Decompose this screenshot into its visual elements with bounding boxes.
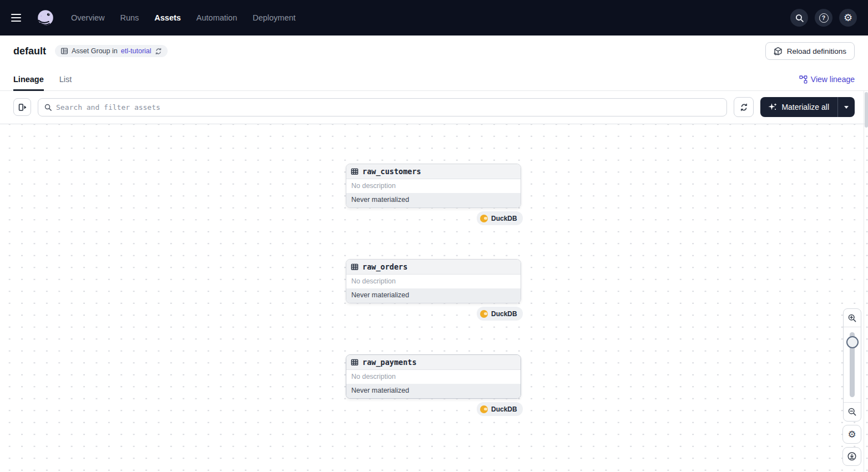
kind-badge-duckdb[interactable]: DuckDB — [477, 307, 523, 321]
asset-group-label: Asset Group in — [72, 47, 118, 55]
dagster-logo-icon[interactable] — [36, 8, 55, 28]
lineage-canvas[interactable]: raw_customers No description Never mater… — [0, 124, 868, 472]
graph-settings-button[interactable]: ⚙ — [842, 425, 861, 444]
asset-description: No description — [346, 370, 521, 384]
lineage-toolbar: Materialize all — [0, 91, 868, 123]
table-group-icon — [60, 47, 68, 55]
tabs-row: Lineage List View lineage — [0, 67, 868, 91]
download-icon — [847, 451, 857, 461]
scrollbar-thumb[interactable] — [865, 92, 868, 128]
page-header: default Asset Group in etl-tutorial Relo… — [0, 35, 868, 67]
search-icon — [44, 103, 52, 111]
duckdb-icon — [480, 215, 488, 222]
kind-badge-duckdb[interactable]: DuckDB — [477, 211, 523, 225]
nav-item-assets[interactable]: Assets — [154, 13, 181, 22]
asset-description: No description — [346, 275, 521, 288]
asset-description: No description — [346, 179, 521, 193]
scrollbar-track — [864, 91, 864, 472]
page-title: default — [13, 45, 46, 57]
nav-item-runs[interactable]: Runs — [120, 13, 139, 22]
reload-definitions-button[interactable]: Reload definitions — [765, 42, 855, 60]
zoom-slider-handle[interactable] — [846, 336, 859, 348]
toggle-sidebar-button[interactable] — [13, 98, 31, 116]
asset-status: Never materialized — [346, 288, 521, 303]
zoom-in-button[interactable] — [844, 309, 861, 327]
help-button[interactable]: ? — [815, 9, 832, 27]
download-view-button[interactable] — [842, 447, 861, 466]
open-panel-icon — [18, 103, 27, 112]
search-icon — [795, 13, 804, 23]
table-icon — [351, 358, 359, 366]
code-location-reload-icon — [774, 47, 783, 56]
sparkle-icon — [768, 103, 777, 111]
gear-icon: ⚙ — [847, 430, 856, 439]
table-icon — [351, 168, 359, 175]
materialize-options-button[interactable] — [837, 97, 855, 117]
search-input[interactable] — [56, 103, 721, 111]
materialize-all-button[interactable]: Materialize all — [760, 97, 837, 117]
asset-name: raw_orders — [362, 262, 407, 271]
view-lineage-link[interactable]: View lineage — [799, 75, 855, 90]
asset-node-raw-customers[interactable]: raw_customers No description Never mater… — [346, 164, 521, 208]
duckdb-icon — [480, 310, 488, 318]
gear-icon: ⚙ — [844, 13, 852, 23]
chevron-down-icon — [844, 106, 849, 109]
nav-item-automation[interactable]: Automation — [196, 13, 237, 22]
asset-status: Never materialized — [346, 193, 521, 207]
help-icon: ? — [819, 13, 829, 23]
nav-item-deployment[interactable]: Deployment — [253, 13, 295, 22]
zoom-slider[interactable] — [844, 327, 861, 402]
materialize-all-split-button: Materialize all — [760, 97, 855, 117]
asset-search-box[interactable] — [38, 98, 727, 116]
sync-icon[interactable] — [155, 48, 162, 55]
lineage-graph-icon — [799, 75, 808, 84]
table-icon — [351, 263, 359, 271]
asset-name: raw_payments — [362, 358, 417, 367]
asset-node-raw-orders[interactable]: raw_orders No description Never material… — [346, 259, 521, 303]
refresh-button[interactable] — [734, 97, 754, 117]
main-nav: Overview Runs Assets Automation Deployme… — [71, 13, 296, 22]
settings-button[interactable]: ⚙ — [839, 9, 857, 27]
refresh-icon — [740, 103, 748, 111]
tab-lineage[interactable]: Lineage — [13, 75, 44, 90]
zoom-out-button[interactable] — [844, 402, 861, 421]
asset-node-raw-payments[interactable]: raw_payments No description Never materi… — [346, 354, 521, 399]
hamburger-menu-icon[interactable] — [11, 10, 27, 26]
code-location-link[interactable]: etl-tutorial — [121, 47, 152, 55]
kind-badge-duckdb[interactable]: DuckDB — [477, 402, 523, 416]
zoom-in-icon — [847, 313, 857, 323]
nav-item-overview[interactable]: Overview — [71, 13, 104, 22]
zoom-controls — [843, 308, 861, 422]
zoom-out-icon — [847, 407, 857, 417]
tab-list[interactable]: List — [59, 75, 72, 90]
duckdb-icon — [480, 405, 488, 413]
asset-status: Never materialized — [346, 384, 521, 398]
search-button[interactable] — [790, 9, 808, 27]
top-navbar: Overview Runs Assets Automation Deployme… — [0, 0, 868, 35]
asset-name: raw_customers — [362, 167, 421, 176]
asset-group-badge: Asset Group in etl-tutorial — [55, 45, 168, 57]
